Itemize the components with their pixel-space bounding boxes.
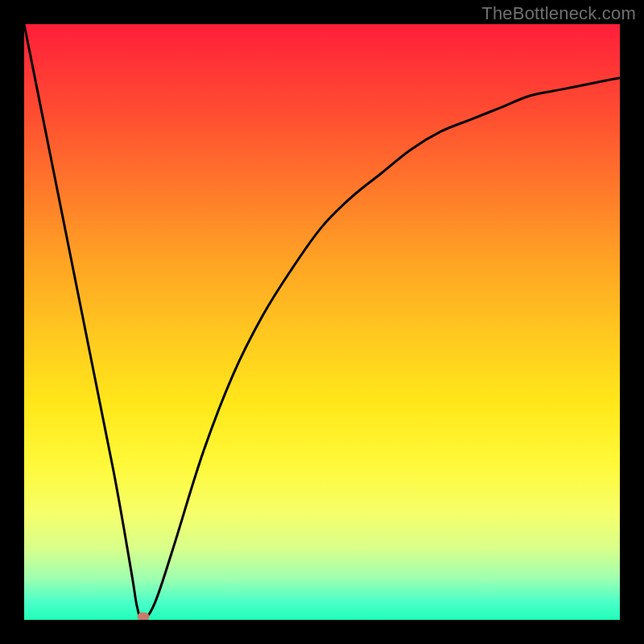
curve-svg	[24, 24, 620, 620]
chart-frame: TheBottleneck.com	[0, 0, 644, 644]
plot-area	[24, 24, 620, 620]
watermark-text: TheBottleneck.com	[481, 3, 636, 24]
optimum-marker	[138, 613, 150, 620]
bottleneck-curve	[24, 24, 620, 620]
